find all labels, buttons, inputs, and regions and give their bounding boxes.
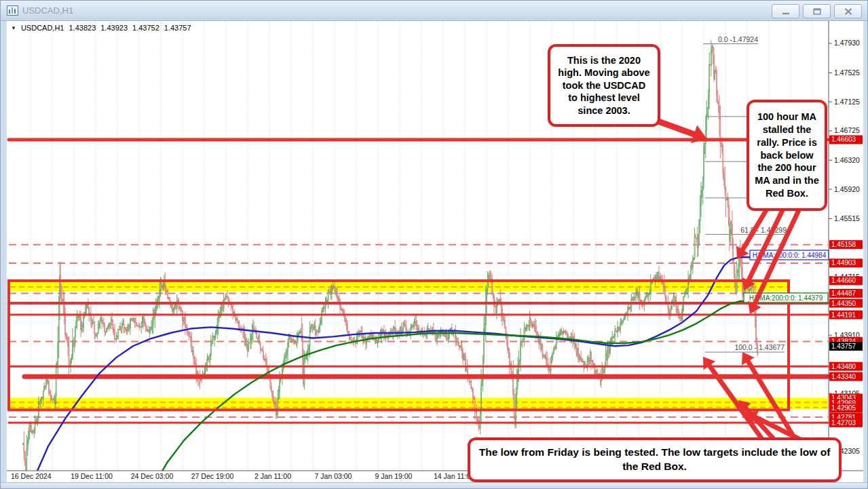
annotation-friday-low: The low from Friday is being tested. The…: [468, 437, 842, 482]
mt4-window: 0.0 -1.4792461.8 - 1.45299100.0 - 1.4367…: [0, 0, 868, 489]
svg-text:1.44191: 1.44191: [831, 311, 856, 319]
window-title: USDCAD,H1: [22, 5, 73, 16]
status-bar: [1, 482, 868, 489]
svg-text:16 Dec 2024: 16 Dec 2024: [11, 472, 52, 480]
svg-text:1.45158: 1.45158: [831, 241, 856, 248]
close-icon: [844, 8, 852, 15]
minimize-button[interactable]: [772, 4, 799, 18]
svg-text:27 Dec 19:00: 27 Dec 19:00: [191, 472, 234, 480]
svg-text:1.42703: 1.42703: [831, 419, 856, 427]
annotation-2020-high: This is the 2020 high. Moving above took…: [548, 44, 660, 127]
header-low: 1.43752: [132, 24, 159, 32]
title-bar[interactable]: USDCAD,H1: [1, 1, 868, 21]
svg-text:1.43757: 1.43757: [831, 343, 856, 350]
svg-text:1.47525: 1.47525: [834, 69, 860, 77]
svg-text:1.47125: 1.47125: [834, 98, 860, 106]
svg-text:1.44903: 1.44903: [831, 259, 856, 267]
svg-text:1.47930: 1.47930: [834, 39, 860, 47]
svg-text:2 Jan 11:00: 2 Jan 11:00: [254, 472, 291, 480]
svg-text:0.0 -1.47924: 0.0 -1.47924: [718, 35, 758, 43]
header-symbol: USDCAD,H1: [21, 24, 64, 32]
svg-text:7 Jan 03:00: 7 Jan 03:00: [315, 472, 352, 480]
svg-text:9 Jan 19:00: 9 Jan 19:00: [375, 472, 413, 480]
svg-text:1.46320: 1.46320: [834, 156, 860, 164]
svg-text:1.46725: 1.46725: [834, 126, 860, 134]
svg-text:1.42905: 1.42905: [831, 404, 856, 412]
annotation-100hour-ma: 100 hour MA stalled the rally. Price is …: [747, 100, 827, 211]
close-button[interactable]: [834, 4, 862, 18]
maximize-button[interactable]: [803, 4, 831, 18]
header-high: 1.43923: [100, 24, 128, 32]
svg-text:61.8 - 1.45299: 61.8 - 1.45299: [740, 226, 787, 234]
svg-text:1.46603: 1.46603: [831, 136, 856, 143]
symbol-dropdown[interactable]: ▼: [11, 25, 16, 31]
minimize-icon: [782, 8, 790, 15]
svg-text:1.43340: 1.43340: [831, 373, 856, 380]
ohlc-header: ▼ USDCAD,H1 1.43823 1.43923 1.43752 1.43…: [11, 24, 191, 32]
svg-text:1.44660: 1.44660: [831, 277, 856, 284]
svg-text:24 Dec 03:00: 24 Dec 03:00: [131, 472, 174, 480]
header-close: 1.43757: [164, 24, 191, 32]
restore-icon: [813, 8, 821, 15]
svg-text:1.44487: 1.44487: [831, 290, 856, 297]
chart-canvas[interactable]: 0.0 -1.4792461.8 - 1.45299100.0 - 1.4367…: [1, 1, 868, 489]
svg-text:19 Dec 11:00: 19 Dec 11:00: [71, 472, 113, 480]
header-open: 1.43823: [69, 24, 96, 32]
svg-text:1.44350: 1.44350: [831, 300, 856, 307]
svg-text:1.45920: 1.45920: [834, 185, 860, 193]
chart-icon: [7, 5, 18, 16]
svg-text:1.45515: 1.45515: [834, 214, 860, 222]
svg-text:1.43480: 1.43480: [831, 363, 856, 370]
svg-text:100.0 - 1.43677: 100.0 - 1.43677: [734, 343, 785, 351]
